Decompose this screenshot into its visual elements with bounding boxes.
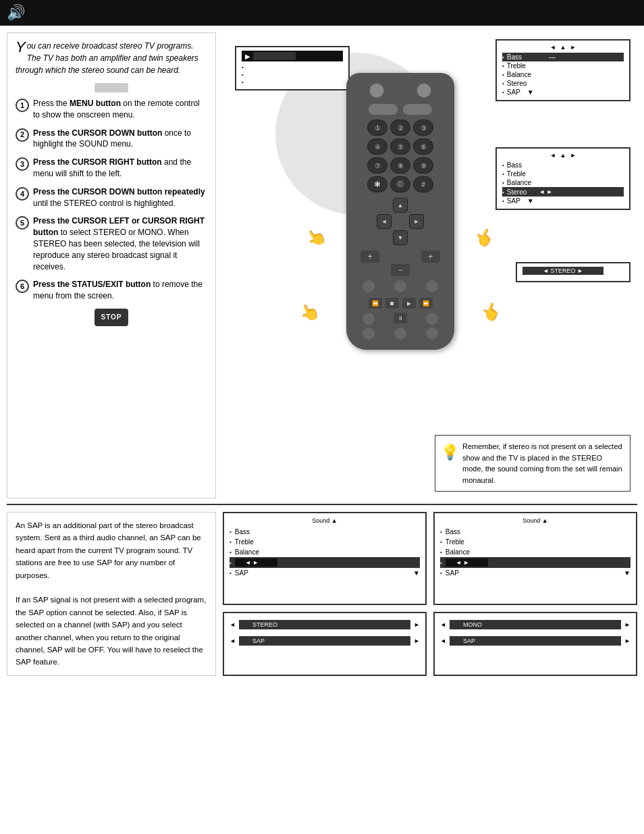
screen-sound-menu: ◄▲► • Bass — • Treble • Balance • Stereo… <box>495 39 630 101</box>
screen3-title: ◄▲► <box>502 152 624 159</box>
step-text-2: Press the CURSOR DOWN button once to hig… <box>33 128 207 151</box>
transport-rewind[interactable]: ⏪ <box>369 298 382 309</box>
hand-arrow-left: 👆 <box>302 224 329 251</box>
hand-arrow-left2: 👆 <box>296 300 322 325</box>
tip-text: Remember, if stereo is not present on a … <box>462 442 622 484</box>
step-text-4: Press the CURSOR DOWN button repeatedly … <box>33 186 207 209</box>
hand-arrow-right: 👆 <box>471 224 498 251</box>
big-letter-y: Y <box>16 40 26 55</box>
menu-row-dot1: • <box>242 63 343 71</box>
dpad-left-button[interactable]: ◄ <box>377 214 392 229</box>
remote-num-2[interactable]: ② <box>390 120 410 136</box>
screen3-row-stereo: • Stereo ◄ ► <box>502 187 624 197</box>
step-num-4: 4 <box>16 187 29 201</box>
screen3-row-bass: • Bass <box>502 161 624 170</box>
remote-num-7[interactable]: ⑦ <box>367 157 387 174</box>
step-2: 2 Press the CURSOR DOWN button once to h… <box>16 128 207 151</box>
mini1-treble: • Treble <box>230 537 420 547</box>
screen3-row-sap: • SAP ▼ <box>502 197 624 205</box>
remote-bottom-btn2[interactable] <box>426 313 438 325</box>
remote-misc-btn3[interactable] <box>426 280 438 292</box>
transport-forward[interactable]: ⏩ <box>419 298 433 309</box>
menu-title-1: ▶ <box>242 51 343 61</box>
transport-play[interactable]: ▶ <box>402 298 416 309</box>
mini2-sap: • SAP ▼ <box>440 568 630 578</box>
mini-screen-4: ◄ MONO ► ◄ SAP ► <box>433 612 637 675</box>
remote-misc-btn2[interactable] <box>394 280 406 292</box>
step-4: 4 Press the CURSOR DOWN button repeatedl… <box>16 186 207 209</box>
remote-plus-button2[interactable]: + <box>421 251 440 263</box>
screen4-bar: ◄ STEREO ► <box>522 267 624 275</box>
mini3-sap-row: ◄ SAP ► <box>230 635 420 647</box>
main-content: Y ou can receive broadcast stereo TV pro… <box>0 26 644 498</box>
screen3-row-balance: • Balance <box>502 178 624 187</box>
remote-num-1[interactable]: ① <box>367 120 387 136</box>
stop-badge: STOP <box>95 309 128 326</box>
remote-num-5[interactable]: ⑤ <box>390 138 410 155</box>
transport-pause[interactable]: ⏸ <box>394 313 407 323</box>
hand-arrow-right2: 👆 <box>479 300 504 325</box>
remote-btn-oval1[interactable] <box>368 103 398 115</box>
mini3-stereo-row: ◄ STEREO ► <box>230 619 420 631</box>
remote-num-hash[interactable]: # <box>413 176 433 192</box>
remote-minus-row: − <box>353 264 448 276</box>
right-panel: ▶ • • • ◄▲► • Bass — • Treble • Balance … <box>221 32 637 498</box>
step-text-5: Press the CURSOR LEFT or CURSOR RIGHT bu… <box>33 215 207 272</box>
remote-bottom-btn1[interactable] <box>363 313 375 325</box>
remote-misc-buttons <box>353 280 448 292</box>
remote-numpad: ① ② ③ ④ ⑤ ⑥ ⑦ ⑧ ⑨ ✱ ⓪ # <box>353 120 448 192</box>
step-text-3: Press the CURSOR RIGHT button and the me… <box>33 157 207 180</box>
mini1-balance: • Balance <box>230 547 420 557</box>
dpad-center-button[interactable] <box>394 215 407 228</box>
mini1-stereo: • ◄ ► <box>230 557 420 568</box>
screen2-row-treble: • Treble <box>502 61 624 70</box>
step-text-1: Press the MENU button on the remote cont… <box>33 98 207 121</box>
remote-num-star[interactable]: ✱ <box>367 176 387 192</box>
remote-transport-buttons: ⏪ ⏹ ▶ ⏩ <box>353 298 448 309</box>
menu-arrow-icon: ▶ <box>245 53 250 60</box>
remote-num-9[interactable]: ⑨ <box>413 157 433 174</box>
screen3-row-treble: • Treble <box>502 170 624 178</box>
mini2-stereo: • ◄ ► <box>440 557 630 568</box>
left-panel: Y ou can receive broadcast stereo TV pro… <box>7 32 216 498</box>
remote-num-6[interactable]: ⑥ <box>413 138 433 155</box>
remote-num-0[interactable]: ⓪ <box>390 176 410 192</box>
remote-control: ① ② ③ ④ ⑤ ⑥ ⑦ ⑧ ⑨ ✱ ⓪ # ▲ ▼ ◄ <box>326 73 475 465</box>
remote-top-buttons <box>353 83 448 98</box>
remote-body: ① ② ③ ④ ⑤ ⑥ ⑦ ⑧ ⑨ ✱ ⓪ # ▲ ▼ ◄ <box>346 73 454 350</box>
remote-btn-power[interactable] <box>369 83 384 98</box>
remote-volume-buttons: + + <box>353 251 448 263</box>
transport-stop[interactable]: ⏹ <box>385 298 399 309</box>
mini1-bass: • Bass <box>230 527 420 537</box>
dpad-up-button[interactable]: ▲ <box>393 198 408 213</box>
remote-last-btn1[interactable] <box>363 328 375 340</box>
remote-misc-btn1[interactable] <box>363 280 375 292</box>
remote-last-btn3[interactable] <box>426 328 438 340</box>
remote-minus-button[interactable]: − <box>391 264 410 276</box>
mini2-bass: • Bass <box>440 527 630 537</box>
mini-screen-1-title: Sound ▲ <box>230 517 420 524</box>
step-3: 3 Press the CURSOR RIGHT button and the … <box>16 157 207 180</box>
remote-last-btn2[interactable] <box>394 328 406 340</box>
mini1-sap: • SAP ▼ <box>230 568 420 578</box>
sap-para2: If an SAP signal is not present with a s… <box>16 594 207 668</box>
mini-screen-3: ◄ STEREO ► ◄ SAP ► <box>223 612 427 675</box>
menu-highlighted <box>253 52 296 60</box>
remote-num-3[interactable]: ③ <box>413 120 433 136</box>
screen2-title: ◄▲► <box>502 44 624 51</box>
mini-screen-2: Sound ▲ • Bass • Treble • Balance • ◄ ► … <box>433 512 637 605</box>
remote-num-8[interactable]: ⑧ <box>390 157 410 174</box>
remote-btn-oval2[interactable] <box>402 103 433 115</box>
remote-plus-button[interactable]: + <box>360 251 379 263</box>
dpad-right-button[interactable]: ► <box>409 214 424 229</box>
remote-num-4[interactable]: ④ <box>367 138 387 155</box>
screen2-row-sap: • SAP ▼ <box>502 88 624 97</box>
screen-sound-stereo: ◄▲► • Bass • Treble • Balance • Stereo ◄… <box>495 147 630 210</box>
remote-btn-menu[interactable] <box>417 83 431 98</box>
step-1: 1 Press the MENU button on the remote co… <box>16 98 207 121</box>
remote-bottom-row: ⏸ <box>353 313 448 325</box>
header-bar: 🔊 <box>0 0 644 26</box>
dpad-down-button[interactable]: ▼ <box>393 230 408 245</box>
screen2-row-bass: • Bass — <box>502 53 624 61</box>
mini2-treble: • Treble <box>440 537 630 547</box>
